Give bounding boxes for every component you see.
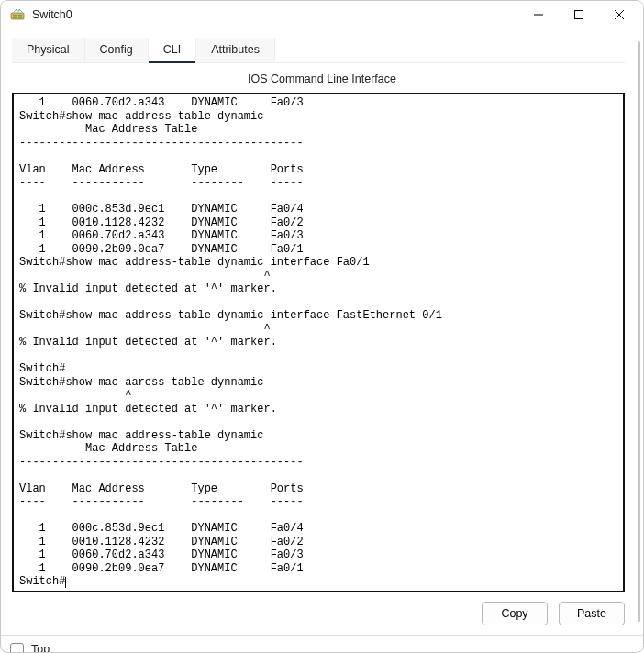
paste-button[interactable]: Paste [559,602,625,625]
cli-terminal[interactable]: 1 0060.70d2.a343 DYNAMIC Fa0/3 Switch#sh… [12,93,625,592]
svg-rect-2 [18,15,22,17]
footer: Top [1,635,643,654]
top-checkbox[interactable] [10,643,24,654]
tab-config[interactable]: Config [85,38,149,62]
window-controls [518,1,639,28]
copy-button[interactable]: Copy [482,602,548,625]
text-cursor [65,577,66,588]
tab-physical[interactable]: Physical [12,38,85,62]
close-button[interactable] [599,1,639,28]
top-checkbox-label: Top [31,643,50,653]
tabs-bar: Physical Config CLI Attributes [12,38,625,63]
maximize-button[interactable] [559,1,599,28]
window-scrollbar[interactable] [638,41,640,622]
svg-rect-4 [18,17,22,19]
cli-button-row: Copy Paste [12,592,632,635]
tab-attributes[interactable]: Attributes [196,38,275,62]
window-title: Switch0 [32,8,518,21]
titlebar: Switch0 [1,1,643,28]
cli-header: IOS Command Line Interface [12,63,632,93]
tab-cli[interactable]: CLI [149,38,196,62]
svg-rect-1 [13,15,17,17]
cli-output: 1 0060.70d2.a343 DYNAMIC Fa0/3 Switch#sh… [19,96,442,588]
minimize-button[interactable] [518,1,559,28]
svg-rect-6 [575,11,583,19]
svg-rect-3 [13,17,17,19]
app-window: Switch0 Physical Config CLI Attributes I… [0,0,644,653]
app-icon [10,7,25,22]
content-area: Physical Config CLI Attributes IOS Comma… [1,28,643,635]
